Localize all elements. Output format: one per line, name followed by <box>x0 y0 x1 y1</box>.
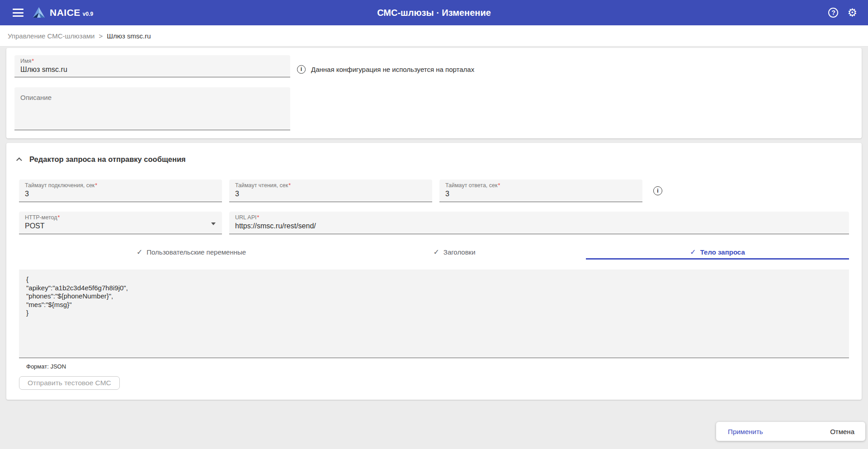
name-field-label: Имя* <box>20 58 284 65</box>
brand: NAICE v0.9 <box>50 7 93 18</box>
tab-user-variables[interactable]: ✓ Пользовательские переменные <box>60 244 323 260</box>
app-header: NAICE v0.9 СМС-шлюзы · Изменение ? ⚙ <box>0 0 868 25</box>
info-icon: i <box>297 65 306 74</box>
apply-button[interactable]: Применить <box>722 424 769 439</box>
required-mark: * <box>288 182 291 189</box>
name-input[interactable] <box>20 65 284 74</box>
required-mark: * <box>257 214 259 221</box>
url-api-input[interactable] <box>235 221 843 230</box>
dropdown-arrow-icon <box>211 222 216 225</box>
page: NAICE v0.9 СМС-шлюзы · Изменение ? ⚙ Упр… <box>0 0 868 449</box>
tab-headers[interactable]: ✓ Заголовки <box>323 244 586 260</box>
breadcrumb-current: Шлюз smsc.ru <box>107 32 151 40</box>
required-mark: * <box>32 58 34 64</box>
help-glyph: ? <box>831 9 835 16</box>
chevron-up-icon[interactable] <box>16 157 22 163</box>
request-body-content[interactable]: { "apikey":"a1b2c3d4e5f6g7h8i9j0", "phon… <box>26 275 842 317</box>
menu-icon[interactable] <box>13 9 24 17</box>
format-label: Формат: JSON <box>26 363 849 370</box>
connect-timeout-label: Таймаут подключения, сек* <box>25 182 216 189</box>
read-timeout-input[interactable] <box>235 189 426 198</box>
cancel-button[interactable]: Отмена <box>825 424 860 439</box>
app-name: NAICE <box>50 7 80 18</box>
http-method-label: HTTP-метод* <box>25 214 216 221</box>
response-timeout-label: Таймаут ответа, сек* <box>445 182 637 189</box>
action-bar: Применить Сохранить Отмена <box>716 422 865 441</box>
connect-timeout-field[interactable]: Таймаут подключения, сек* <box>19 180 222 202</box>
request-editor-card: Редактор запроса на отправку сообщения Т… <box>6 143 862 400</box>
section-title: Редактор запроса на отправку сообщения <box>29 155 186 164</box>
save-button[interactable]: Сохранить <box>773 424 821 439</box>
breadcrumb-separator: > <box>99 32 103 40</box>
breadcrumb: Управление СМС-шлюзами > Шлюз smsc.ru <box>0 25 868 47</box>
http-method-select[interactable]: HTTP-метод* POST <box>19 212 222 234</box>
check-icon: ✓ <box>433 248 439 256</box>
read-timeout-field[interactable]: Таймаут чтения, сек* <box>229 180 432 202</box>
config-usage-info: i Данная конфигурация не используется на… <box>297 64 474 74</box>
response-timeout-input[interactable] <box>445 189 637 198</box>
name-field[interactable]: Имя* <box>14 55 290 77</box>
check-icon: ✓ <box>137 248 142 256</box>
description-field[interactable] <box>14 87 290 130</box>
read-timeout-label: Таймаут чтения, сек* <box>235 182 426 189</box>
app-version: v0.9 <box>83 11 93 17</box>
request-body-editor[interactable]: { "apikey":"a1b2c3d4e5f6g7h8i9j0", "phon… <box>19 269 849 358</box>
description-textarea[interactable] <box>14 87 290 130</box>
page-title: СМС-шлюзы · Изменение <box>0 8 868 18</box>
breadcrumb-parent-link[interactable]: Управление СМС-шлюзами <box>8 32 95 40</box>
connect-timeout-input[interactable] <box>25 189 216 198</box>
response-timeout-field[interactable]: Таймаут ответа, сек* <box>439 180 642 202</box>
general-card: Имя* i Данная конфигурация не использует… <box>6 48 862 138</box>
check-icon: ✓ <box>690 248 696 256</box>
required-mark: * <box>95 182 97 189</box>
url-api-field[interactable]: URL API* <box>229 212 849 234</box>
info-message: Данная конфигурация не используется на п… <box>311 66 474 73</box>
tab-label: Тело запроса <box>700 248 745 256</box>
http-method-value: POST <box>25 221 216 230</box>
url-api-label: URL API* <box>235 214 843 221</box>
send-test-sms-button[interactable]: Отправить тестовое СМС <box>19 376 120 390</box>
tab-label: Заголовки <box>443 248 476 256</box>
required-mark: * <box>57 214 60 221</box>
app-logo-icon <box>33 7 45 19</box>
required-mark: * <box>498 182 500 189</box>
tab-label: Пользовательские переменные <box>146 248 246 256</box>
tab-request-body[interactable]: ✓ Тело запроса <box>586 244 849 260</box>
gear-icon[interactable]: ⚙ <box>847 7 857 18</box>
timeouts-info-icon[interactable]: i <box>653 186 662 195</box>
help-icon[interactable]: ? <box>828 8 838 18</box>
request-tabs: ✓ Пользовательские переменные ✓ Заголовк… <box>19 244 849 260</box>
header-actions: ? ⚙ <box>828 7 857 18</box>
